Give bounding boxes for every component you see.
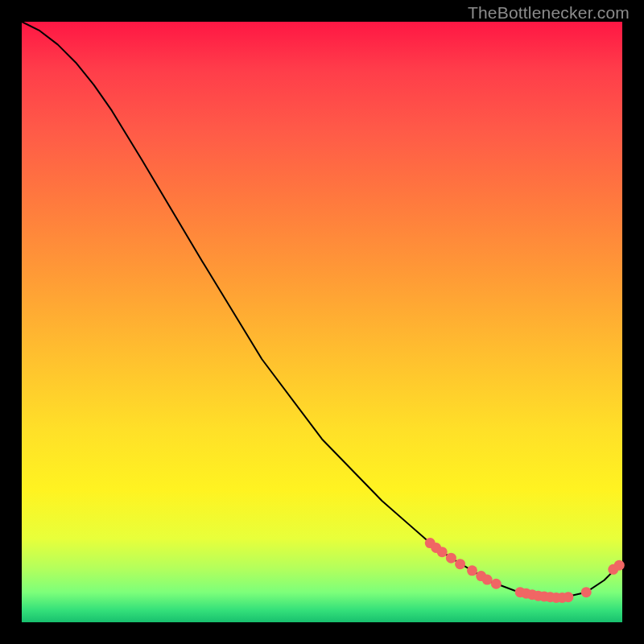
- chart-plot-area: [22, 22, 622, 622]
- scatter-point: [455, 559, 465, 569]
- scatter-point: [437, 547, 448, 557]
- chart-svg: [22, 22, 622, 622]
- scatter-point: [491, 579, 502, 589]
- scatter-point: [614, 560, 625, 571]
- chart-stage: TheBottlenecker.com: [0, 0, 644, 644]
- scatter-point: [467, 565, 477, 576]
- scatter-point: [563, 592, 573, 602]
- attribution-text: TheBottlenecker.com: [468, 3, 630, 23]
- curve-path: [22, 22, 622, 597]
- scatter-points: [425, 538, 625, 603]
- scatter-point: [446, 553, 456, 564]
- scatter-point: [581, 587, 592, 597]
- scatter-point: [482, 575, 493, 585]
